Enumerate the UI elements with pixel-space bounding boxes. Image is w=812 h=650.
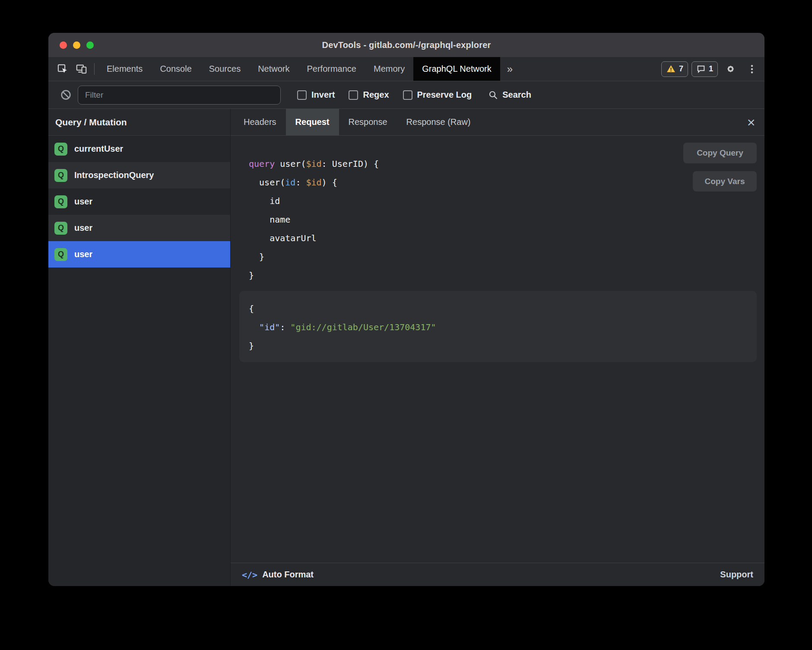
preserve-log-checkbox-box (403, 90, 412, 100)
copy-vars-button[interactable]: Copy Vars (693, 171, 757, 191)
preserve-log-checkbox-label: Preserve Log (417, 90, 472, 100)
toolbar-right-cluster: 7 1 (661, 57, 761, 81)
kebab-menu-icon (746, 64, 758, 75)
content-area: Query / Mutation Q currentUser Q Introsp… (48, 109, 764, 586)
device-toolbar-icon (76, 63, 87, 75)
regex-checkbox-label: Regex (363, 90, 389, 100)
search-button[interactable]: Search (488, 90, 531, 100)
warning-count: 7 (679, 64, 683, 73)
query-list-item-label: currentUser (74, 144, 123, 154)
traffic-lights (60, 33, 94, 57)
code-line: user(id: $id) { (249, 173, 757, 192)
query-list-item-user-2[interactable]: Q user (48, 215, 230, 241)
query-type-badge-icon: Q (54, 248, 67, 261)
block-icon (60, 89, 72, 101)
clear-requests-button[interactable] (57, 89, 74, 101)
invert-checkbox-label: Invert (311, 90, 335, 100)
settings-button[interactable] (721, 57, 739, 81)
detail-tabs: Headers Request Response Response (Raw) … (231, 109, 764, 136)
copy-query-button[interactable]: Copy Query (683, 143, 757, 163)
inspect-cursor-icon (57, 63, 68, 75)
query-list-header: Query / Mutation (48, 109, 230, 136)
message-count: 1 (709, 64, 713, 73)
devtools-toolbar: Elements Console Sources Network Perform… (48, 57, 764, 81)
query-variables-box: { "id": "gid://gitlab/User/13704317"} (239, 291, 757, 362)
support-link[interactable]: Support (720, 570, 753, 580)
tab-response[interactable]: Response (339, 109, 397, 135)
search-icon (488, 90, 498, 100)
window-title: DevTools - gitlab.com/-/graphql-explorer (322, 40, 491, 50)
query-list-item-introspectionquery[interactable]: Q IntrospectionQuery (48, 162, 230, 188)
query-list-item-user-1[interactable]: Q user (48, 188, 230, 215)
filter-bar: Invert Regex Preserve Log Search (48, 81, 764, 109)
panel-tabs: Elements Console Sources Network Perform… (98, 57, 500, 81)
search-label: Search (502, 90, 531, 100)
filter-options: Invert Regex Preserve Log (297, 90, 472, 100)
auto-format-button[interactable]: </> Auto Format (242, 570, 314, 580)
kebab-menu-button[interactable] (743, 57, 761, 81)
tab-response-raw[interactable]: Response (Raw) (397, 109, 480, 135)
inspect-element-button[interactable] (53, 57, 72, 81)
query-list-item-label: user (74, 223, 92, 233)
code-line: } (249, 248, 757, 266)
tab-memory[interactable]: Memory (365, 57, 413, 81)
tab-elements[interactable]: Elements (98, 57, 151, 81)
devtools-window: DevTools - gitlab.com/-/graphql-explorer… (48, 33, 764, 586)
tab-request[interactable]: Request (286, 109, 339, 135)
more-tabs-button[interactable]: » (500, 57, 520, 81)
warning-triangle-icon (666, 64, 676, 74)
request-detail-panel: Headers Request Response Response (Raw) … (231, 109, 764, 586)
query-type-badge-icon: Q (54, 143, 67, 156)
query-list-item-user-3-selected[interactable]: Q user (48, 241, 230, 268)
code-line: } (249, 266, 757, 285)
code-brackets-icon: </> (242, 570, 257, 580)
tab-performance[interactable]: Performance (298, 57, 365, 81)
code-line: { (249, 300, 757, 318)
query-list-sidebar: Query / Mutation Q currentUser Q Introsp… (48, 109, 231, 586)
detail-footer: </> Auto Format Support (231, 563, 764, 586)
auto-format-label: Auto Format (262, 570, 314, 580)
close-detail-button[interactable]: × (738, 109, 764, 135)
warnings-badge[interactable]: 7 (661, 61, 688, 77)
tab-headers[interactable]: Headers (234, 109, 286, 135)
regex-checkbox-box (349, 90, 358, 100)
title-bar: DevTools - gitlab.com/-/graphql-explorer (48, 33, 764, 57)
query-list-item-currentuser[interactable]: Q currentUser (48, 136, 230, 162)
query-type-badge-icon: Q (54, 169, 67, 182)
message-bubble-icon (696, 64, 706, 74)
query-list-item-label: user (74, 249, 92, 259)
query-type-badge-icon: Q (54, 222, 67, 235)
query-type-badge-icon: Q (54, 195, 67, 208)
gear-icon (725, 63, 736, 75)
code-line: } (249, 337, 757, 355)
toolbar-separator (94, 63, 95, 75)
filter-input[interactable] (78, 86, 281, 105)
invert-checkbox-box (297, 90, 307, 100)
request-body: query user($id: UserID) { user(id: $id) … (231, 136, 764, 563)
tab-graphql-network[interactable]: GraphQL Network (413, 57, 500, 81)
tab-sources[interactable]: Sources (200, 57, 249, 81)
query-list-item-label: user (74, 197, 92, 207)
tab-console[interactable]: Console (151, 57, 200, 81)
graphql-query-code: query user($id: UserID) { user(id: $id) … (249, 155, 757, 285)
preserve-log-checkbox[interactable]: Preserve Log (403, 90, 472, 100)
code-line: id (249, 192, 757, 210)
zoom-window-button[interactable] (86, 41, 94, 49)
minimize-window-button[interactable] (73, 41, 80, 49)
code-line: name (249, 210, 757, 229)
query-variables-code: { "id": "gid://gitlab/User/13704317"} (249, 300, 757, 355)
tab-network[interactable]: Network (249, 57, 298, 81)
code-line: query user($id: UserID) { (249, 155, 757, 173)
invert-checkbox[interactable]: Invert (297, 90, 335, 100)
code-line: "id": "gid://gitlab/User/13704317" (249, 318, 757, 337)
device-toolbar-button[interactable] (72, 57, 91, 81)
query-list-item-label: IntrospectionQuery (74, 170, 154, 180)
regex-checkbox[interactable]: Regex (349, 90, 389, 100)
code-line: avatarUrl (249, 229, 757, 248)
issues-badge[interactable]: 1 (691, 61, 718, 77)
close-window-button[interactable] (60, 41, 67, 49)
